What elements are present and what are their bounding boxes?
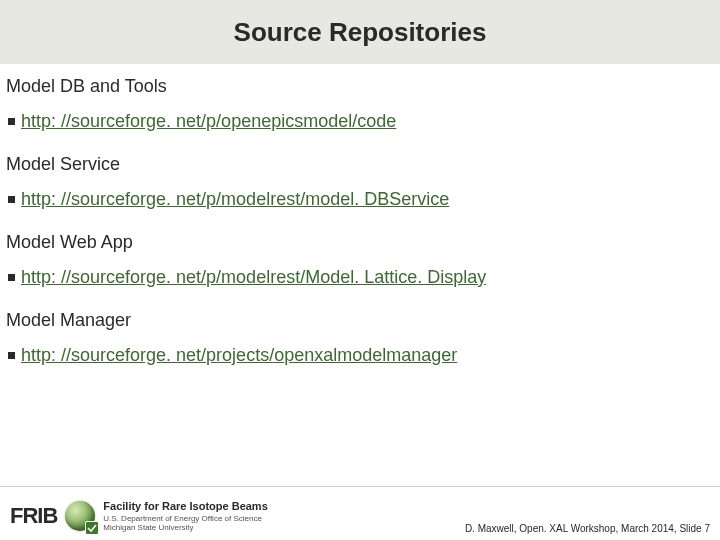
slide-title: Source Repositories [234, 17, 487, 48]
repo-link[interactable]: http: //sourceforge. net/projects/openxa… [21, 345, 457, 366]
section-heading: Model Web App [6, 232, 710, 253]
section-heading: Model DB and Tools [6, 76, 710, 97]
facility-subtitle: Michigan State University [103, 523, 267, 532]
footer-left: FRIB Facility for Rare Isotope Beams U.S… [10, 500, 268, 532]
section-heading: Model Service [6, 154, 710, 175]
title-band: Source Repositories [0, 0, 720, 64]
bullet-icon [8, 352, 15, 359]
bullet-icon [8, 196, 15, 203]
frib-logo: FRIB [10, 503, 57, 529]
link-row: http: //sourceforge. net/p/modelrest/Mod… [8, 267, 710, 288]
facility-title: Facility for Rare Isotope Beams [103, 500, 267, 513]
checkmark-icon [85, 521, 99, 535]
link-row: http: //sourceforge. net/projects/openxa… [8, 345, 710, 366]
slide: Source Repositories Model DB and Tools h… [0, 0, 720, 540]
bullet-icon [8, 274, 15, 281]
repo-link[interactable]: http: //sourceforge. net/p/modelrest/Mod… [21, 267, 486, 288]
facility-subtitle: U.S. Department of Energy Office of Scie… [103, 514, 267, 523]
facility-text-block: Facility for Rare Isotope Beams U.S. Dep… [103, 500, 267, 532]
section-heading: Model Manager [6, 310, 710, 331]
bullet-icon [8, 118, 15, 125]
footer-credit: D. Maxwell, Open. XAL Workshop, March 20… [465, 523, 710, 534]
content-area: Model DB and Tools http: //sourceforge. … [6, 72, 710, 480]
frib-logo-text: FRIB [10, 503, 57, 529]
link-row: http: //sourceforge. net/p/openepicsmode… [8, 111, 710, 132]
repo-link[interactable]: http: //sourceforge. net/p/modelrest/mod… [21, 189, 449, 210]
repo-link[interactable]: http: //sourceforge. net/p/openepicsmode… [21, 111, 396, 132]
globe-icon [65, 501, 95, 531]
link-row: http: //sourceforge. net/p/modelrest/mod… [8, 189, 710, 210]
footer: FRIB Facility for Rare Isotope Beams U.S… [0, 486, 720, 540]
